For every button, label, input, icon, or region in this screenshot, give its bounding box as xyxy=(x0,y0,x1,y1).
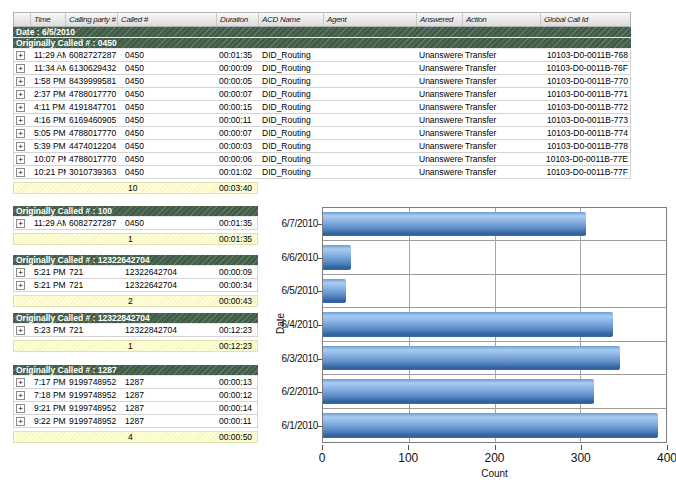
cell-agent xyxy=(324,49,417,61)
cell-calling-party: 9199748952 xyxy=(66,389,118,401)
cell-called: 0450 xyxy=(118,62,217,74)
cell-calling-party: 721 xyxy=(66,279,118,291)
cell-duration: 00:00:15 xyxy=(217,101,259,113)
called-group-header-1287[interactable]: Originally Called # : 1287 xyxy=(13,365,258,376)
cell-called: 0450 xyxy=(118,49,217,61)
cell-calling-party: 6082727287 xyxy=(66,217,118,229)
chart-bar xyxy=(323,279,346,303)
cell-action: Transfer xyxy=(463,114,541,126)
chart-x-tick xyxy=(581,445,582,450)
expand-button[interactable]: + xyxy=(16,64,25,73)
cell-duration: 00:00:12 xyxy=(217,389,259,401)
column-header[interactable]: ACD Name xyxy=(259,13,324,26)
cell-agent xyxy=(324,114,417,126)
chart-bar xyxy=(323,312,613,336)
cell-duration: 00:00:11 xyxy=(217,114,259,126)
cell-action: Transfer xyxy=(463,75,541,87)
expand-button[interactable]: + xyxy=(16,103,25,112)
cell-global-call-id: 10103-D0-0011B-774 xyxy=(541,127,632,139)
cell-agent xyxy=(324,140,417,152)
expand-button[interactable]: + xyxy=(16,51,25,60)
cell-acd-name: DID_Routing xyxy=(259,114,324,126)
called-group-header-0450[interactable]: Originally Called # : 0450 xyxy=(13,38,631,49)
cell-action: Transfer xyxy=(463,88,541,100)
cell-calling-party: 721 xyxy=(66,266,118,278)
cell-time: 2:37 PM xyxy=(31,88,66,100)
expand-button[interactable]: + xyxy=(16,155,25,164)
summary-duration: 00:01:35 xyxy=(217,234,259,244)
date-group-header[interactable]: Date : 6/5/2010 xyxy=(13,27,631,38)
cell-time: 4:16 PM xyxy=(31,114,66,126)
calls-by-date-bar-chart: Date 6/7/20106/6/20106/5/20106/4/20106/3… xyxy=(274,202,676,485)
column-header[interactable]: Duration xyxy=(217,13,259,26)
cell-action: Transfer xyxy=(463,140,541,152)
chart-x-tick xyxy=(667,445,668,450)
cell-calling-party: 8439999581 xyxy=(66,75,118,87)
cell-time: 1:58 PM xyxy=(31,75,66,87)
expand-button[interactable]: + xyxy=(16,168,25,177)
expand-button[interactable]: + xyxy=(16,129,25,138)
cell-expand: + xyxy=(14,217,31,229)
group-summary: 1 00:01:35 xyxy=(13,233,258,245)
expand-button[interactable]: + xyxy=(16,391,25,400)
cell-called: 0450 xyxy=(118,217,217,229)
column-header[interactable]: Calling party # xyxy=(66,13,118,26)
column-header[interactable]: Action xyxy=(463,13,541,26)
column-header[interactable]: Global Call Id xyxy=(541,13,632,26)
group-0450-rows: + 11:29 AM 6082727287 0450 00:01:35 DID_… xyxy=(13,49,633,179)
cell-acd-name: DID_Routing xyxy=(259,49,324,61)
column-header[interactable]: Time xyxy=(31,13,66,26)
chart-bar xyxy=(323,379,594,403)
expand-button[interactable]: + xyxy=(16,417,25,426)
cell-calling-party: 4788017770 xyxy=(66,88,118,100)
expand-button[interactable]: + xyxy=(16,281,25,290)
expand-button[interactable]: + xyxy=(16,116,25,125)
cell-expand: + xyxy=(14,140,31,152)
cell-time: 11:29 AM xyxy=(31,49,66,61)
column-header[interactable]: Agent xyxy=(324,13,417,26)
cell-expand: + xyxy=(14,75,31,87)
cell-calling-party: 9199748952 xyxy=(66,376,118,388)
summary-duration: 00:00:43 xyxy=(217,296,259,306)
cell-calling-party: 9199748952 xyxy=(66,415,118,427)
cell-called: 0450 xyxy=(118,166,217,178)
expand-button[interactable]: + xyxy=(16,142,25,151)
chart-category-slot xyxy=(323,409,666,442)
cell-calling-party: 721 xyxy=(66,324,118,336)
cell-time: 9:22 PM xyxy=(31,415,66,427)
expand-button[interactable]: + xyxy=(16,404,25,413)
call-row: + 4:11 PM 4191847701 0450 00:00:15 DID_R… xyxy=(13,101,631,114)
chart-x-tick xyxy=(408,445,409,450)
cell-action: Transfer xyxy=(463,127,541,139)
cell-time: 5:21 PM xyxy=(31,279,66,291)
cell-called: 0450 xyxy=(118,101,217,113)
expand-button[interactable]: + xyxy=(16,378,25,387)
cell-acd-name: DID_Routing xyxy=(259,127,324,139)
cell-expand: + xyxy=(14,389,31,401)
cell-agent xyxy=(324,166,417,178)
cell-called: 1287 xyxy=(118,389,217,401)
cell-global-call-id: 10103-D0-0011B-77E xyxy=(541,153,632,165)
cell-called: 12322642704 xyxy=(118,266,217,278)
cell-duration: 00:00:09 xyxy=(217,266,259,278)
chart-x-tick xyxy=(322,445,323,450)
cell-duration: 00:00:07 xyxy=(217,127,259,139)
cell-expand: + xyxy=(14,88,31,100)
called-group-header-100[interactable]: Originally Called # : 100 xyxy=(13,206,258,217)
called-group-header-12322642704[interactable]: Originally Called # : 12322642704 xyxy=(13,255,258,266)
cell-duration: 00:00:09 xyxy=(217,62,259,74)
expand-button[interactable]: + xyxy=(16,326,25,335)
expand-button[interactable]: + xyxy=(16,77,25,86)
cell-called: 0450 xyxy=(118,75,217,87)
cell-expand: + xyxy=(14,279,31,291)
column-header[interactable]: Answered xyxy=(417,13,463,26)
cell-calling-party: 3010739363 xyxy=(66,166,118,178)
cell-time: 9:21 PM xyxy=(31,402,66,414)
call-row: + 5:21 PM 721 12322642704 00:00:09 xyxy=(13,266,258,279)
column-header[interactable]: Called # xyxy=(118,13,217,26)
expand-button[interactable]: + xyxy=(16,90,25,99)
expand-button[interactable]: + xyxy=(16,268,25,277)
expand-button[interactable]: + xyxy=(16,219,25,228)
call-row: + 10:07 PM 4788017770 0450 00:00:06 DID_… xyxy=(13,153,631,166)
called-group-header-12322842704[interactable]: Originally Called # : 12322842704 xyxy=(13,313,258,324)
